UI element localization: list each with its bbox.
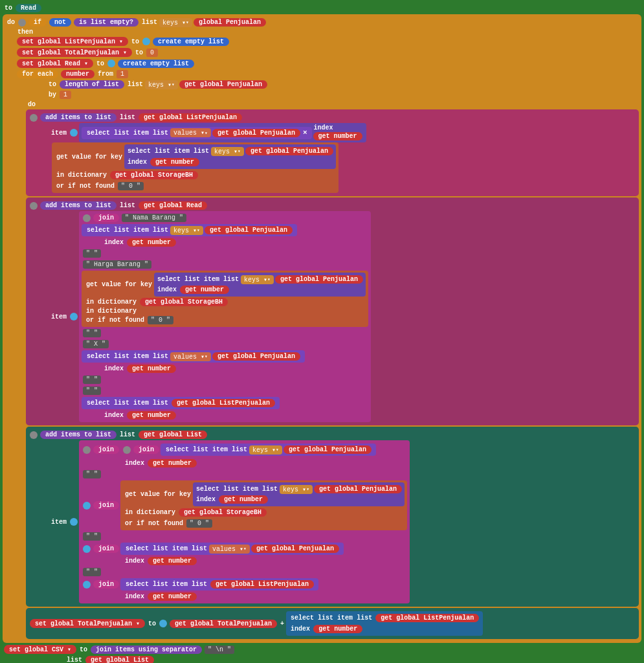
x-str-val: " X " xyxy=(83,340,109,348)
is-list-empty-block[interactable]: is list empty? xyxy=(74,18,139,27)
sl-keys-gvk: select list item list keys ▾ get global … xyxy=(193,482,405,506)
create-empty-list-2[interactable]: create empty list xyxy=(118,60,194,68)
set-totalpenjualan[interactable]: set global TotalPenjualan ▾ xyxy=(17,48,132,57)
sl-list-index: index get number xyxy=(123,458,407,468)
join-values-row: join select list item list values ▾ get … xyxy=(82,543,407,555)
add-items-list-label: add items to list xyxy=(40,431,117,439)
gear-icon-3 xyxy=(30,202,38,210)
gp-sl5: get global Penjualan xyxy=(212,352,300,361)
list-g-label: list xyxy=(120,431,135,438)
sl2-index-row: index get number xyxy=(126,157,335,167)
get-number-6: get number xyxy=(127,411,176,420)
zero-string-3: " 0 " xyxy=(186,519,212,528)
in-dict-list-row: in dictionary get global StorageBH xyxy=(123,508,405,517)
sl-values-index: index get number xyxy=(102,364,368,374)
sl-lp-index: index get number xyxy=(102,410,368,420)
keys-dropdown-1[interactable]: keys ▾ xyxy=(159,18,192,27)
gear-icon-4 xyxy=(83,214,91,222)
global-penjualan-2: get global Penjualan xyxy=(179,80,267,89)
add-items-read-row: add items to list list get global Read xyxy=(28,201,636,210)
get-number-1: get number xyxy=(313,132,362,140)
sl-lp-row: select list item list get global ListPen… xyxy=(82,397,368,409)
get-number-11: get number xyxy=(313,625,362,633)
not-block[interactable]: not xyxy=(49,18,71,27)
gear-icon-7 xyxy=(123,446,131,454)
sl-lp-list-index: index get number xyxy=(123,592,407,601)
join2-row: join join select list item list keys ▾ xyxy=(82,442,407,457)
for-each-block: for each xyxy=(17,70,58,78)
global-lp-total: get global ListPenjualan xyxy=(375,614,479,622)
to-label-4: to xyxy=(96,60,104,67)
plus-label: + xyxy=(280,620,284,627)
gp-sl8: get global Penjualan xyxy=(251,545,339,553)
do-outer-label: do xyxy=(7,19,15,26)
join4-label: join xyxy=(93,545,119,553)
do-if-row: do if not is list empty? list keys ▾ glo… xyxy=(5,17,639,27)
circle-icon-6 xyxy=(83,502,91,510)
csv-list-row: list get global List xyxy=(65,655,641,663)
get-number-4: get number xyxy=(180,286,229,294)
getval-row-1: get value for key select list item list … xyxy=(54,144,336,169)
read-block[interactable]: Read xyxy=(16,4,41,12)
global-lp-2: get global ListPenjualan xyxy=(172,399,275,407)
keys-dropdown-7[interactable]: keys ▾ xyxy=(280,485,313,494)
circle-icon-7 xyxy=(83,545,91,553)
gp-sl4: get global Penjualan xyxy=(275,275,363,284)
join2-inner-label: join xyxy=(133,445,159,454)
global-penjualan-1[interactable]: global Penjualan xyxy=(194,18,266,27)
keys-dropdown-5[interactable]: keys ▾ xyxy=(241,275,274,284)
select-list-1: select list item list values ▾ get globa… xyxy=(82,127,312,139)
keys-dropdown-6[interactable]: keys ▾ xyxy=(249,445,282,455)
empty-str-list-2: " " xyxy=(82,532,407,541)
set-totalpenjualan-row: set global TotalPenjualan ▾ to 0 xyxy=(16,47,639,58)
values-dropdown-1[interactable]: values ▾ xyxy=(170,128,211,137)
by-label: by xyxy=(49,91,56,98)
values-dropdown-2[interactable]: values ▾ xyxy=(170,352,211,361)
in-dictionary-label: in dictionary xyxy=(86,308,137,315)
circle-icon-2 xyxy=(107,60,115,67)
gear-icon-1 xyxy=(18,19,26,27)
gear-icon-2 xyxy=(30,114,38,122)
sl-values-list: select list item list values ▾ get globa… xyxy=(120,543,344,555)
join-getval-row: join get value for key select list item xyxy=(82,480,407,530)
or-if-list-row: or if not found " 0 " xyxy=(123,519,405,528)
keys-dropdown-3[interactable]: keys ▾ xyxy=(211,147,244,156)
sl-lp-list: select list item list get global ListPen… xyxy=(120,578,318,590)
in-dict-row-1: in dictionary get global StorageBH xyxy=(54,170,336,180)
to-read-row: to Read xyxy=(3,3,641,13)
empty-str-list-3: " " xyxy=(82,567,407,577)
set-global-read[interactable]: set global Read ▾ xyxy=(17,59,93,68)
values-dropdown-3[interactable]: values ▾ xyxy=(209,545,250,554)
select-total-index: index get number xyxy=(289,624,480,634)
item-list-row: item join join xyxy=(49,440,636,603)
get-number-9: get number xyxy=(148,557,197,565)
join-lp-row: join select list item list get global Li… xyxy=(82,578,407,590)
or-if-not-found-row-1: or if not found " 0 " xyxy=(54,181,336,191)
add-items-lp-label: add items to list xyxy=(40,113,117,122)
keys-dropdown-4[interactable]: keys ▾ xyxy=(170,226,203,235)
getval-list-block: get value for key select list item list … xyxy=(120,480,407,530)
sl-gvk-index: index get number xyxy=(194,495,403,504)
join-label: join xyxy=(93,214,119,222)
empty-str-list-val: " " xyxy=(83,470,101,478)
if-block[interactable]: if xyxy=(28,18,47,27)
do-inner-label: do xyxy=(28,101,36,108)
gp-sl3: get global Penjualan xyxy=(205,226,293,234)
set-listpenjualan[interactable]: set global ListPenjualan ▾ xyxy=(17,37,128,46)
join2-label: join xyxy=(93,445,119,454)
item-read-row: item join " Nama Barang " sele xyxy=(49,211,636,422)
gp-sl6: get global Penjualan xyxy=(283,445,372,454)
sep-n: " \n " xyxy=(205,646,234,654)
to-csv: to xyxy=(80,646,87,653)
create-empty-list-1[interactable]: create empty list xyxy=(153,38,229,46)
getval-index-col: index get number xyxy=(312,124,364,141)
gp-v1: get global Penjualan xyxy=(212,129,300,137)
sl-keys-2-row: select list item list keys ▾ get global … xyxy=(155,275,364,284)
select-x-getval-group: select list item list values ▾ get globa… xyxy=(79,123,366,142)
keys-dropdown-2[interactable]: keys ▾ xyxy=(145,80,178,89)
length-of-list-block: length of list xyxy=(60,80,124,89)
select-total-row: select list item list get global ListPen… xyxy=(289,613,480,623)
join3-label: join xyxy=(93,501,119,510)
to-label: to xyxy=(5,5,12,12)
in-dict-label-1: in dictionary xyxy=(56,172,107,179)
